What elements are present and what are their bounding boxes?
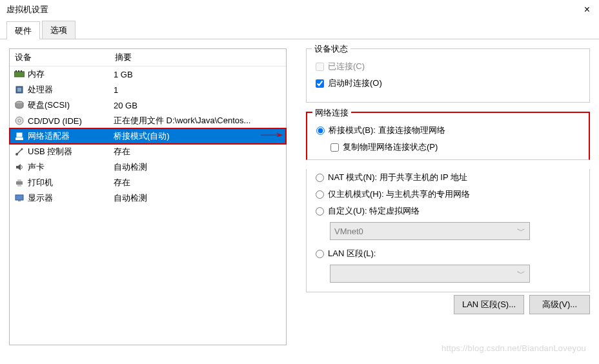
sound-icon xyxy=(14,162,25,172)
watermark: https://blog.csdn.net/BiandanLoveyou xyxy=(442,343,586,353)
connect-poweron-checkbox[interactable]: 启动时连接(O) xyxy=(316,75,580,92)
svg-rect-1 xyxy=(15,70,17,72)
row-memory[interactable]: 内存 1 GB xyxy=(10,66,286,82)
tab-options[interactable]: 选项 xyxy=(42,21,76,39)
device-summary: 自动检测 xyxy=(114,161,282,173)
svg-rect-9 xyxy=(17,133,22,137)
svg-rect-15 xyxy=(17,185,21,187)
button-row: LAN 区段(S)... 高级(V)... xyxy=(306,295,590,314)
cpu-icon xyxy=(14,85,25,95)
device-name: 打印机 xyxy=(28,177,114,188)
content: 设备 摘要 内存 1 GB 处理器 1 硬盘(SCSI) 20 GB CD/D xyxy=(0,39,599,354)
device-summary: 存在 xyxy=(114,146,282,157)
row-cddvd[interactable]: CD/DVD (IDE) 正在使用文件 D:\work\Java\Centos.… xyxy=(10,113,286,128)
custom-input[interactable] xyxy=(316,207,324,216)
row-usb[interactable]: USB 控制器 存在 xyxy=(10,144,286,159)
connected-input xyxy=(316,63,324,71)
replicate-checkbox[interactable]: 复制物理网络连接状态(P) xyxy=(316,139,580,156)
memory-icon xyxy=(14,69,25,79)
svg-rect-16 xyxy=(15,195,23,200)
custom-select-value: VMnet0 xyxy=(334,227,363,236)
device-name: 处理器 xyxy=(28,84,114,96)
svg-rect-14 xyxy=(17,179,21,181)
row-processor[interactable]: 处理器 1 xyxy=(10,82,286,97)
row-hdd[interactable]: 硬盘(SCSI) 20 GB xyxy=(10,97,286,113)
device-summary: 存在 xyxy=(114,177,282,188)
device-summary: 20 GB xyxy=(114,101,282,110)
bridged-label: 桥接模式(B): 直接连接物理网络 xyxy=(329,125,445,136)
nat-label: NAT 模式(N): 用于共享主机的 IP 地址 xyxy=(328,172,467,183)
device-name: 网络适配器 xyxy=(28,130,114,142)
replicate-label: 复制物理网络连接状态(P) xyxy=(343,141,438,153)
svg-rect-2 xyxy=(18,70,19,72)
nat-input[interactable] xyxy=(316,174,324,182)
svg-point-12 xyxy=(21,148,23,150)
device-summary: 1 xyxy=(114,85,282,95)
hdd-icon xyxy=(14,100,25,110)
lan-segments-button[interactable]: LAN 区段(S)... xyxy=(454,295,524,314)
replicate-input[interactable] xyxy=(330,143,339,152)
group-title: 网络连接 xyxy=(312,107,351,119)
printer-icon xyxy=(14,177,25,188)
row-sound[interactable]: 声卡 自动检测 xyxy=(10,159,286,175)
list-header: 设备 摘要 xyxy=(10,49,286,66)
arrow-annotation-icon: → xyxy=(253,125,290,143)
svg-rect-3 xyxy=(21,70,22,72)
svg-rect-10 xyxy=(15,137,23,140)
custom-vmnet-select: VMnet0 ﹀ xyxy=(330,222,530,240)
device-list: 设备 摘要 内存 1 GB 处理器 1 硬盘(SCSI) 20 GB CD/D xyxy=(9,48,287,345)
disc-icon xyxy=(14,116,25,126)
device-name: 声卡 xyxy=(28,161,114,173)
nat-radio[interactable]: NAT 模式(N): 用于共享主机的 IP 地址 xyxy=(316,169,580,186)
connect-poweron-input[interactable] xyxy=(316,79,324,88)
bridged-radio[interactable]: 桥接模式(B): 直接连接物理网络 xyxy=(316,122,580,139)
chevron-down-icon: ﹀ xyxy=(517,268,525,279)
connect-poweron-label: 启动时连接(O) xyxy=(328,77,382,89)
custom-radio[interactable]: 自定义(U): 特定虚拟网络 xyxy=(316,203,580,219)
device-status-group: 设备状态 已连接(C) 启动时连接(O) xyxy=(306,48,590,103)
row-network-adapter[interactable]: 网络适配器 桥接模式(自动) xyxy=(10,128,286,144)
device-name: 显示器 xyxy=(28,192,114,204)
network-icon xyxy=(14,131,25,141)
display-icon xyxy=(14,193,25,203)
tab-hardware[interactable]: 硬件 xyxy=(6,21,40,39)
row-printer[interactable]: 打印机 存在 xyxy=(10,175,286,190)
usb-icon xyxy=(14,147,25,157)
device-name: 硬盘(SCSI) xyxy=(28,99,114,111)
group-title: 设备状态 xyxy=(312,43,350,55)
svg-point-8 xyxy=(18,119,21,122)
tabstrip: 硬件 选项 xyxy=(0,21,599,39)
chevron-down-icon: ﹀ xyxy=(517,225,525,237)
device-summary: 1 GB xyxy=(114,70,282,79)
lanseg-radio[interactable]: LAN 区段(L): xyxy=(316,245,580,262)
network-connection-group-cont: NAT 模式(N): 用于共享主机的 IP 地址 仅主机模式(H): 与主机共享… xyxy=(306,169,590,292)
window-title: 虚拟机设置 xyxy=(6,4,48,15)
hostonly-label: 仅主机模式(H): 与主机共享的专用网络 xyxy=(328,188,470,200)
lanseg-input[interactable] xyxy=(316,250,324,258)
header-summary: 摘要 xyxy=(115,52,281,63)
advanced-button[interactable]: 高级(V)... xyxy=(529,295,590,314)
device-name: USB 控制器 xyxy=(28,146,114,157)
bridged-input[interactable] xyxy=(316,126,325,135)
header-device: 设备 xyxy=(15,52,115,63)
device-summary: 自动检测 xyxy=(114,192,282,204)
hostonly-radio[interactable]: 仅主机模式(H): 与主机共享的专用网络 xyxy=(316,186,580,203)
svg-rect-0 xyxy=(14,72,25,77)
list-body: 内存 1 GB 处理器 1 硬盘(SCSI) 20 GB CD/DVD (IDE… xyxy=(10,66,286,206)
svg-rect-5 xyxy=(17,88,21,92)
row-display[interactable]: 显示器 自动检测 xyxy=(10,190,286,206)
connected-label: 已连接(C) xyxy=(328,61,365,72)
connected-checkbox: 已连接(C) xyxy=(316,58,580,75)
close-icon[interactable]: × xyxy=(584,4,593,15)
titlebar: 虚拟机设置 × xyxy=(0,0,599,18)
right-pane: → 设备状态 已连接(C) 启动时连接(O) 网络连接 桥接模式(B): 直接连… xyxy=(300,48,590,345)
lanseg-label: LAN 区段(L): xyxy=(328,248,376,259)
svg-rect-13 xyxy=(16,181,23,185)
custom-label: 自定义(U): 特定虚拟网络 xyxy=(328,205,420,217)
svg-rect-17 xyxy=(18,200,21,201)
device-name: CD/DVD (IDE) xyxy=(28,116,114,126)
device-name: 内存 xyxy=(28,68,114,80)
network-connection-group: 网络连接 桥接模式(B): 直接连接物理网络 复制物理网络连接状态(P) xyxy=(306,112,590,160)
hostonly-input[interactable] xyxy=(316,190,324,199)
lanseg-select: ﹀ xyxy=(330,265,530,283)
